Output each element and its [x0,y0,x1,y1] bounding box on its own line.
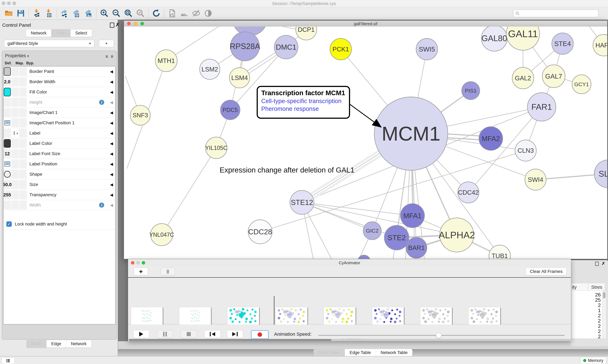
clear-all-frames-button[interactable]: Clear All Frames [526,268,567,275]
slider-thumb[interactable] [436,333,442,338]
map-cell[interactable] [11,88,19,96]
style-select[interactable]: galFiltered Style ▾ [4,40,94,47]
table-cell-value[interactable]: 2 [598,318,601,324]
property-row-image-chart-position-1[interactable]: Image/Chart Position 1◀ [3,118,115,128]
results-scrollbar[interactable] [602,291,606,339]
network-caption[interactable]: Expression change after deletion of GAL1 [220,166,355,174]
tab-style[interactable]: Style [51,29,70,37]
tab-edge-table[interactable]: Edge Table [345,349,376,356]
tab-network[interactable]: Network [66,340,91,348]
lock-size-row[interactable]: ✓Lock node width and height [3,219,115,230]
map-cell[interactable] [11,201,19,209]
tab-node[interactable]: Node [27,340,46,348]
tab-node-table[interactable]: Node Table [314,349,345,356]
cyanimator-timeline[interactable]: 0123456789 MCMMCMMCMMCMMCMMCM Seconds [128,278,571,324]
byp-cell[interactable] [19,180,27,189]
import-network-button[interactable] [32,8,41,18]
open-session-button[interactable] [4,8,14,18]
playhead[interactable] [274,296,274,326]
property-row-shape[interactable]: Shape◀ [3,169,115,180]
lock-size-checkbox[interactable]: ✓ [6,221,12,227]
annotation-link-2[interactable]: Pheromone response [261,105,345,112]
frame-thumbnail-7[interactable]: MCM [468,307,500,325]
def-cell[interactable] [3,118,11,127]
tab-network-table[interactable]: Network Table [376,349,413,356]
def-cell[interactable] [3,170,11,179]
byp-cell[interactable] [19,170,27,179]
zoom-fit-button[interactable] [124,8,133,18]
network-canvas[interactable]: DCP1RPS28ADMC1PCK1MTH1LSM2LSM4SWI5GAL80G… [124,26,607,259]
def-cell[interactable] [3,88,11,96]
hide-selected-button[interactable] [191,8,201,18]
property-row-image-chart-1[interactable]: Image/Chart 1◀ [3,107,115,118]
def-cell[interactable]: 2.0 [3,77,11,86]
expand-row-icon[interactable]: ◀ [110,141,113,146]
close-panel-icon[interactable]: ✗ [115,22,120,27]
column-header[interactable]: Stres [591,285,602,290]
byp-cell[interactable] [19,159,27,169]
map-cell[interactable] [11,159,19,169]
byp-cell[interactable] [19,77,27,86]
tab-network[interactable]: Network [26,29,51,37]
table-cell-value[interactable]: 2 [598,334,601,339]
cyanimator-titlebar[interactable]: CyAnimator [128,259,571,267]
style-options-button[interactable]: ▾ [99,40,114,47]
property-row-label-color[interactable]: Label Color◀ [3,138,115,149]
map-cell[interactable] [11,67,19,76]
float-panel-icon[interactable] [110,23,114,28]
property-row-transparency[interactable]: 255Transparency◀ [3,190,115,200]
panel-list-button[interactable] [1,357,14,364]
def-cell[interactable] [3,108,11,117]
expand-row-icon[interactable]: ◀ [110,162,113,166]
property-row-label-position[interactable]: Label Position◀ [3,159,115,169]
map-cell[interactable] [11,98,19,107]
delete-frame-button[interactable] [161,268,175,275]
expand-row-icon[interactable]: ◀ [110,203,113,208]
annotation-link-1[interactable]: Cell-type-specific transcription [261,98,345,104]
byp-cell[interactable] [19,67,27,76]
property-row-border-width[interactable]: 2.0Border Width◀ [3,77,115,87]
property-row-width[interactable]: Widthi◀ [3,200,115,210]
property-row-border-paint[interactable]: Border Paint◀ [3,66,115,77]
export-network-button[interactable] [59,8,69,18]
tab-select[interactable]: Select [70,29,92,37]
network-node-stub[interactable] [358,255,370,259]
map-cell[interactable] [11,190,19,199]
property-row-label[interactable]: ⋮›Label◀ [3,128,115,138]
scrollbar-thumb[interactable] [603,292,606,298]
collapse-all-icon[interactable]: « [110,55,116,58]
def-cell[interactable] [3,67,11,76]
map-cell[interactable] [11,108,19,117]
def-cell[interactable] [3,201,11,209]
expand-row-icon[interactable]: ◀ [110,131,113,135]
byp-cell[interactable] [19,190,27,199]
skip-to-start-button[interactable] [204,330,221,338]
map-cell[interactable] [11,139,19,148]
tab-edge[interactable]: Edge [46,340,66,348]
float-panel-icon[interactable] [595,262,599,266]
skip-to-end-button[interactable] [227,330,243,338]
frame-thumbnail-4[interactable]: MCM [324,307,356,325]
network-file-button[interactable] [167,8,177,18]
expand-row-icon[interactable]: ◀ [110,110,113,115]
frame-thumbnail-1[interactable] [179,307,211,325]
map-cell[interactable] [11,180,19,189]
refresh-button[interactable] [151,8,161,18]
export-image-button[interactable] [83,8,93,18]
network-window-titlebar[interactable]: galFiltered.sif [124,21,607,27]
zoom-out-button[interactable] [111,8,121,18]
table-cell-value[interactable]: 25 [595,297,601,303]
horizontal-scrollbar[interactable] [128,339,571,341]
info-icon[interactable]: i [99,203,104,208]
first-neighbors-button[interactable] [179,8,189,18]
expand-row-icon[interactable]: ◀ [110,193,113,197]
byp-cell[interactable] [19,98,27,107]
annotation-box[interactable]: Transcription factor MCM1 Cell-type-spec… [257,86,350,119]
expand-row-icon[interactable]: ◀ [110,152,113,156]
def-cell[interactable]: 50.0 [3,180,11,189]
table-cell-value[interactable]: 2 [598,323,601,329]
frame-thumbnail-3[interactable]: MCM [276,307,307,325]
def-cell[interactable]: 12 [3,149,11,158]
frame-thumbnail-5[interactable]: MCM [372,307,404,325]
table-cell-value[interactable]: 2 [598,313,601,319]
